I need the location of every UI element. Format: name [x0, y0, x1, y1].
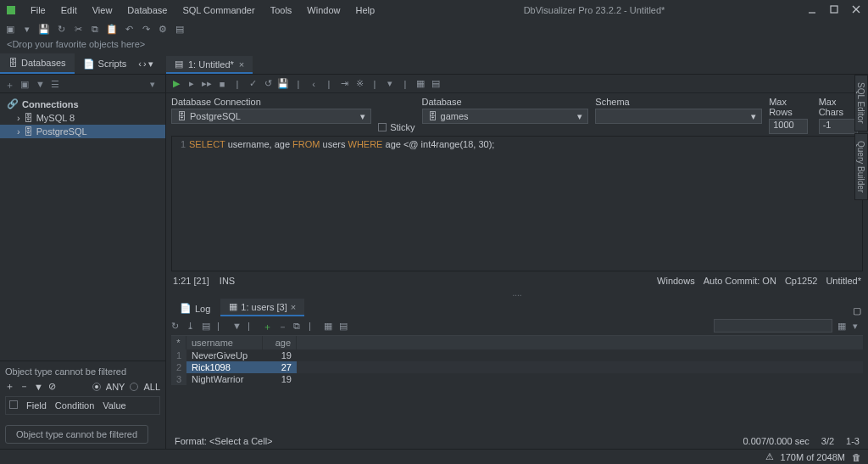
editor-tab[interactable]: ▤ 1: Untitled* × — [166, 56, 253, 74]
filter-icon[interactable]: ▼ — [232, 321, 242, 331]
add-connection-icon[interactable]: ＋ — [5, 79, 15, 89]
menu-window[interactable]: Window — [300, 3, 347, 17]
execute-icon[interactable]: ▶ — [171, 79, 181, 89]
close-icon[interactable] — [851, 4, 861, 16]
menu-help[interactable]: Help — [348, 3, 381, 17]
tree-header[interactable]: 🔗 Connections — [0, 97, 165, 111]
maximize-result-icon[interactable]: ▢ — [853, 305, 861, 316]
col-username[interactable]: username — [186, 336, 263, 349]
options-icon[interactable]: ▾ — [853, 321, 863, 331]
columns-icon[interactable]: ▤ — [339, 321, 349, 331]
new-icon[interactable]: ▾ — [22, 24, 32, 34]
clear-icon[interactable]: ⊘ — [48, 381, 56, 392]
grid-view-icon[interactable]: ▦ — [324, 321, 334, 331]
radio-any[interactable] — [92, 383, 101, 391]
history-prev-icon[interactable]: ‹ — [309, 79, 319, 89]
settings-icon[interactable]: ⚙ — [158, 24, 168, 34]
cell-username[interactable]: Rick1098 — [186, 361, 263, 373]
tree-item-mysql[interactable]: › 🗄 MySQL 8 — [0, 111, 165, 125]
redo-icon[interactable]: ↷ — [141, 24, 151, 34]
view-icon[interactable]: ▦ — [837, 321, 848, 331]
menu-sql-commander[interactable]: SQL Commander — [175, 3, 261, 17]
tree-item-postgresql[interactable]: › 🗄 PostgreSQL — [0, 125, 165, 138]
grid-icon[interactable]: ▦ — [415, 79, 426, 89]
database-select[interactable]: 🗄 games ▾ — [422, 109, 589, 124]
paste-icon[interactable]: 📋 — [107, 24, 117, 34]
radio-all[interactable] — [130, 383, 138, 391]
minimize-icon[interactable] — [807, 4, 817, 16]
refresh-icon[interactable]: ↻ — [171, 321, 181, 331]
tab-scripts[interactable]: 📄 Scripts — [75, 53, 136, 74]
cell-username[interactable]: NightWarrior — [186, 373, 263, 385]
add-icon[interactable]: ＋ — [5, 380, 14, 393]
filter-apply-button[interactable]: Object type cannot be filtered — [5, 425, 148, 444]
gc-icon[interactable]: 🗑 — [852, 452, 861, 462]
favorites-drop-hint[interactable]: <Drop your favorite objects here> — [0, 37, 868, 54]
cell-age[interactable]: 19 — [263, 373, 297, 385]
collapse-icon[interactable]: ▣ — [20, 79, 31, 89]
format-icon[interactable]: ⇥ — [339, 79, 349, 89]
comment-icon[interactable]: ※ — [354, 79, 364, 89]
menu-database[interactable]: Database — [120, 3, 174, 17]
menu-view[interactable]: View — [86, 3, 120, 17]
view-menu-icon[interactable]: ▾ — [385, 79, 395, 89]
execute-script-icon[interactable]: ▸▸ — [202, 79, 212, 89]
filter-checkbox[interactable] — [9, 400, 18, 409]
nav-next-icon[interactable]: › — [143, 59, 147, 69]
sticky-checkbox[interactable] — [378, 123, 387, 131]
rail-sql-editor[interactable]: SQL Editor — [854, 75, 868, 131]
text-icon[interactable]: ▤ — [431, 79, 441, 89]
filter-condition-row[interactable]: Field Condition Value — [5, 396, 160, 415]
maximize-icon[interactable] — [829, 4, 839, 16]
chart-icon[interactable]: ▤ — [202, 321, 212, 331]
schema-select[interactable]: ▾ — [595, 109, 762, 124]
stop-icon[interactable]: ■ — [217, 79, 227, 89]
filter-icon[interactable]: ▼ — [36, 79, 46, 89]
cell-age[interactable]: 27 — [263, 361, 297, 373]
commit-icon[interactable]: ✓ — [248, 79, 258, 89]
execute-current-icon[interactable]: ▸ — [186, 79, 197, 89]
menu-tools[interactable]: Tools — [264, 3, 299, 17]
tab-users[interactable]: ▦ 1: users [3] × — [220, 299, 304, 316]
close-tab-icon[interactable]: × — [239, 59, 244, 70]
copy-icon[interactable]: ⧉ — [90, 24, 100, 34]
connect-icon[interactable]: ▣ — [5, 24, 15, 34]
maxrows-input[interactable]: 1000 — [769, 119, 808, 134]
nav-prev-icon[interactable]: ‹ — [138, 59, 142, 69]
export-icon[interactable]: ⤓ — [186, 321, 197, 331]
delete-row-icon[interactable]: － — [278, 321, 288, 331]
table-row[interactable]: 1NeverGiveUp19 — [171, 349, 863, 361]
nav-menu-icon[interactable]: ▾ — [148, 59, 153, 70]
menu-edit[interactable]: Edit — [54, 3, 84, 17]
connections-tree[interactable]: 🔗 Connections › 🗄 MySQL 8 › 🗄 PostgreSQL — [0, 93, 165, 361]
splitter-handle[interactable]: .... — [166, 288, 868, 298]
warning-icon[interactable]: ⚠ — [765, 451, 774, 462]
sidebar-options-icon[interactable]: ▾ — [150, 79, 160, 89]
layout-icon[interactable]: ▤ — [175, 24, 185, 34]
save-sql-icon[interactable]: 💾 — [278, 79, 288, 89]
cut-icon[interactable]: ✂ — [73, 24, 83, 34]
cell-username[interactable]: NeverGiveUp — [186, 349, 263, 361]
undo-icon[interactable]: ↶ — [124, 24, 134, 34]
remove-icon[interactable]: － — [19, 380, 29, 393]
maxchars-input[interactable]: -1 — [819, 119, 858, 134]
save-icon[interactable]: 💾 — [39, 24, 49, 34]
result-grid[interactable]: * username age 1NeverGiveUp192Rick109827… — [171, 335, 863, 433]
close-tab-icon[interactable]: × — [291, 302, 296, 312]
col-age[interactable]: age — [263, 336, 297, 349]
add-row-icon[interactable]: ＋ — [263, 321, 273, 331]
db-connection-select[interactable]: 🗄 PostgreSQL ▾ — [171, 109, 371, 124]
tab-databases[interactable]: 🗄 Databases — [0, 53, 75, 74]
rollback-icon[interactable]: ↺ — [263, 79, 273, 89]
table-row[interactable]: 2Rick109827 — [171, 361, 863, 373]
filter-funnel-icon[interactable]: ▼ — [34, 382, 43, 392]
rail-query-builder[interactable]: Query Builder — [854, 133, 868, 200]
refresh-icon[interactable]: ↻ — [56, 24, 66, 34]
tab-log[interactable]: 📄 Log — [171, 300, 219, 316]
duplicate-row-icon[interactable]: ⧉ — [293, 321, 303, 331]
menu-file[interactable]: File — [24, 3, 53, 17]
sidebar-menu-icon[interactable]: ☰ — [51, 79, 61, 89]
search-input[interactable] — [714, 319, 832, 333]
cell-age[interactable]: 19 — [263, 349, 297, 361]
sql-editor[interactable]: 1SELECT username, age FROM users WHERE a… — [171, 136, 863, 271]
